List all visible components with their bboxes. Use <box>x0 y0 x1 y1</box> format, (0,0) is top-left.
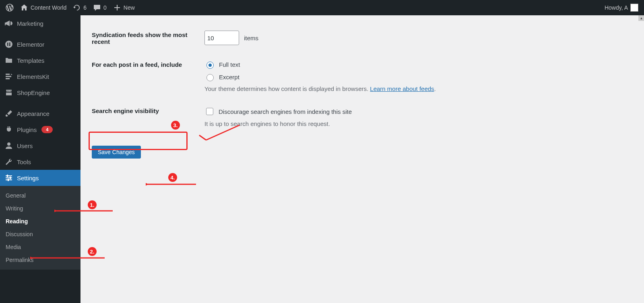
sidebar-item-elementskit[interactable]: ElementsKit <box>0 68 80 85</box>
syndication-count-input[interactable] <box>204 31 239 45</box>
submenu-permalinks[interactable]: Permalinks <box>0 254 80 266</box>
syndication-label: Syndication feeds show the most recent <box>92 31 188 45</box>
sidebar-item-elementor[interactable]: Elementor <box>0 36 80 52</box>
submenu-reading[interactable]: Reading <box>0 215 80 228</box>
feed-full-text-label: Full text <box>219 61 240 68</box>
sidebar-item-label: Tools <box>17 159 31 165</box>
settings-form-table: Syndication feeds show the most recent i… <box>92 23 614 134</box>
svg-point-12 <box>7 142 10 146</box>
search-visibility-note: It is up to search engines to honor this… <box>204 120 614 127</box>
svg-rect-17 <box>10 177 11 179</box>
plugins-badge: 4 <box>41 126 53 133</box>
svg-marker-8 <box>11 74 12 75</box>
sidebar-item-shopengine[interactable]: ShopEngine <box>0 85 80 101</box>
settings-submenu: General Writing Reading Discussion Media… <box>0 186 80 270</box>
user-icon <box>5 142 13 150</box>
sidebar-item-tools[interactable]: Tools <box>0 154 80 170</box>
folder-icon <box>5 56 13 64</box>
sidebar-item-label: Templates <box>17 57 44 64</box>
account-link[interactable]: Howdy, A <box>601 0 625 15</box>
sidebar-item-appearance[interactable]: Appearance <box>0 105 80 122</box>
svg-point-10 <box>8 91 9 91</box>
sidebar-item-label: Elementor <box>17 41 44 48</box>
svg-rect-1 <box>7 43 8 46</box>
feed-include-label: For each post in a feed, include <box>92 61 182 68</box>
sidebar-item-marketing[interactable]: Marketing <box>0 15 80 31</box>
feed-excerpt-radio[interactable] <box>206 74 214 81</box>
search-visibility-label: Search engine visibility <box>92 107 159 114</box>
sidebar-item-label: ShopEngine <box>17 89 50 96</box>
update-icon <box>73 4 81 12</box>
megaphone-icon <box>5 19 13 27</box>
feed-full-text-radio[interactable] <box>206 62 214 69</box>
home-icon <box>20 4 28 12</box>
sidebar-item-label: ElementsKit <box>17 73 49 80</box>
svg-rect-14 <box>6 177 12 178</box>
svg-rect-6 <box>6 76 11 77</box>
svg-rect-7 <box>6 78 10 79</box>
sidebar-item-label: Users <box>17 142 33 149</box>
svg-rect-18 <box>8 179 9 181</box>
new-content-link[interactable]: New <box>110 0 138 15</box>
save-changes-button[interactable]: Save Changes <box>92 146 141 159</box>
wordpress-icon <box>6 4 14 12</box>
sidebar-item-plugins[interactable]: Plugins 4 <box>0 122 80 138</box>
admin-sidebar: Marketing Elementor Templates ElementsKi… <box>0 15 80 303</box>
brush-icon <box>5 109 13 117</box>
comments-count: 0 <box>103 4 107 11</box>
plus-icon <box>113 4 121 12</box>
sidebar-item-label: Settings <box>17 175 39 181</box>
svg-rect-5 <box>6 74 10 75</box>
comments-link[interactable]: 0 <box>90 0 110 15</box>
site-name: Content World <box>31 4 66 11</box>
discourage-indexing-checkbox[interactable] <box>206 108 213 115</box>
svg-rect-13 <box>6 175 12 176</box>
content-area: Syndication feeds show the most recent i… <box>80 15 625 303</box>
feed-excerpt-label: Excerpt <box>219 74 239 80</box>
submenu-discussion[interactable]: Discussion <box>0 228 80 241</box>
svg-point-9 <box>7 91 8 91</box>
sidebar-item-settings[interactable]: Settings <box>0 170 80 186</box>
howdy-text: Howdy, A <box>605 4 625 11</box>
updates-count: 6 <box>83 4 87 11</box>
elementor-icon <box>5 40 13 48</box>
learn-more-feeds-link[interactable]: Learn more about feeds <box>370 85 434 92</box>
wp-logo[interactable] <box>2 0 17 15</box>
sidebar-item-label: Marketing <box>17 20 43 27</box>
submenu-general[interactable]: General <box>0 189 80 202</box>
sidebar-item-label: Appearance <box>17 110 50 117</box>
submenu-media[interactable]: Media <box>0 241 80 254</box>
svg-rect-4 <box>9 45 10 46</box>
comment-icon <box>93 4 101 12</box>
admin-bar: Content World 6 0 New Howdy, A <box>0 0 625 15</box>
updates-link[interactable]: 6 <box>70 0 90 15</box>
shop-icon <box>5 89 13 97</box>
sidebar-item-users[interactable]: Users <box>0 138 80 154</box>
sidebar-item-templates[interactable]: Templates <box>0 52 80 68</box>
plug-icon <box>5 126 13 134</box>
sidebar-item-label: Plugins <box>17 126 37 133</box>
discourage-indexing-label: Discourage search engines from indexing … <box>219 108 352 115</box>
svg-rect-3 <box>9 44 10 45</box>
submenu-writing[interactable]: Writing <box>0 202 80 215</box>
wrench-icon <box>5 158 13 166</box>
sliders-icon <box>5 174 13 182</box>
feed-description: Your theme determines how content is dis… <box>204 85 614 92</box>
svg-rect-16 <box>7 175 8 177</box>
elementskit-icon <box>5 72 13 80</box>
svg-point-11 <box>10 91 11 91</box>
new-label: New <box>124 4 135 11</box>
syndication-unit: items <box>244 35 258 41</box>
svg-rect-2 <box>9 43 10 43</box>
site-home-link[interactable]: Content World <box>17 0 70 15</box>
